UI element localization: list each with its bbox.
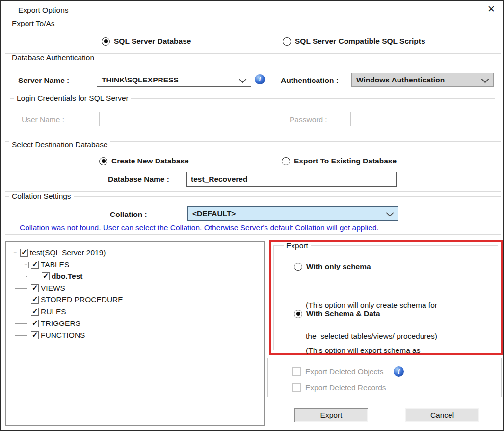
group-login-credentials: Login Credentials for SQL Server User Na… (10, 98, 495, 135)
tree-item[interactable]: TRIGGERS (6, 318, 264, 329)
chevron-down-icon (481, 75, 489, 83)
tree-checkbox[interactable] (31, 331, 39, 339)
tree-checkbox[interactable] (20, 249, 28, 257)
group-label: Collation Settings (9, 192, 74, 201)
checkbox-export-deleted-records[interactable]: Export Deleted Records (292, 382, 386, 393)
tree-item-label: FUNCTIONS (41, 331, 85, 340)
radio-icon (282, 157, 290, 165)
deleted-options-panel: Export Deleted Objects i Export Deleted … (267, 358, 502, 397)
authentication-value: Windows Authentication (356, 76, 445, 84)
chevron-down-icon (239, 75, 247, 83)
group-export-to-as: Export To/As SQL Server Database SQL Ser… (5, 24, 501, 54)
tree-item[interactable]: FUNCTIONS (6, 329, 264, 341)
radio-icon (294, 263, 302, 271)
tree-item-label: VIEWS (41, 284, 65, 293)
tree-item[interactable]: −TABLES (6, 259, 264, 270)
checkbox-export-deleted-objects[interactable]: Export Deleted Objects i (292, 366, 404, 377)
group-select-destination-database: Select Destination Database Create New D… (5, 145, 501, 192)
collation-combobox[interactable]: <DEFAULT> (187, 206, 398, 221)
radio-sql-server-database[interactable]: SQL Server Database (102, 36, 191, 46)
description-line: (This option will export schema as (306, 345, 420, 355)
tree-item-label: TABLES (41, 260, 69, 269)
close-icon[interactable]: ✕ (487, 4, 495, 15)
group-collation-settings: Collation Settings Collation : <DEFAULT>… (5, 196, 501, 235)
group-label: Export To/As (9, 19, 57, 28)
radio-icon (102, 37, 110, 46)
collation-note: Collation was not found. User can select… (20, 223, 379, 232)
server-name-label: Server Name : (18, 76, 69, 85)
tree-item[interactable]: −test(SQL Server 2019) (6, 247, 264, 259)
radio-label: SQL Server Compatible SQL Scripts (295, 37, 425, 46)
group-label: Select Destination Database (9, 140, 110, 149)
tree-item[interactable]: dbo.Test (6, 270, 264, 282)
radio-create-new-database[interactable]: Create New Database (99, 156, 189, 166)
tree-item[interactable]: STORED PROCEDURE (6, 294, 264, 306)
tree-checkbox[interactable] (31, 308, 39, 316)
radio-icon (294, 310, 302, 318)
tree-checkbox[interactable] (31, 296, 39, 304)
group-label: Export (284, 242, 311, 250)
database-object-tree: −test(SQL Server 2019)−TABLESdbo.TestVIE… (5, 241, 265, 426)
info-icon[interactable]: i (255, 74, 265, 84)
tree-checkbox[interactable] (42, 272, 50, 280)
tree-item-label: TRIGGERS (41, 319, 80, 328)
radio-label: Export To Existing Database (294, 157, 397, 165)
collation-value: <DEFAULT> (192, 209, 236, 218)
group-database-authentication: Database Authentication Server Name : TH… (5, 58, 501, 142)
server-name-combobox[interactable]: THINK\SQLEXPRESS (97, 73, 251, 87)
authentication-label: Authentication : (281, 76, 339, 85)
tree-checkbox[interactable] (31, 284, 39, 292)
collation-label: Collation : (110, 210, 147, 219)
user-name-field[interactable] (99, 112, 251, 126)
tree-rows: −test(SQL Server 2019)−TABLESdbo.TestVIE… (6, 242, 264, 425)
database-name-field[interactable] (186, 172, 397, 187)
checkbox-label: Export Deleted Objects (305, 367, 383, 376)
radio-label: With only schema (306, 262, 371, 271)
user-name-label: User Name : (22, 115, 64, 124)
tree-item-label: STORED PROCEDURE (41, 296, 123, 304)
radio-label: SQL Server Database (114, 37, 191, 46)
export-button[interactable]: Export (294, 408, 368, 422)
chevron-down-icon (386, 209, 394, 217)
authentication-combobox[interactable]: Windows Authentication (351, 73, 494, 87)
database-name-label: Database Name : (108, 175, 169, 184)
password-label: Password : (290, 115, 327, 124)
tree-item[interactable]: VIEWS (6, 282, 264, 294)
cancel-button[interactable]: Cancel (405, 408, 479, 422)
radio-with-schema-and-data[interactable]: With Schema & Data (294, 309, 380, 319)
server-name-value: THINK\SQLEXPRESS (102, 76, 179, 84)
tree-checkbox[interactable] (31, 320, 39, 327)
tree-collapse-icon[interactable]: − (12, 250, 18, 256)
info-icon[interactable]: i (394, 366, 404, 377)
radio-export-existing-database[interactable]: Export To Existing Database (282, 156, 397, 166)
tree-item-label: dbo.Test (52, 272, 82, 281)
export-options-dialog: Export Options ✕ Export To/As SQL Server… (0, 0, 504, 431)
dialog-title: Export Options (18, 6, 69, 15)
radio-with-only-schema[interactable]: With only schema (294, 262, 371, 271)
tree-item-label: test(SQL Server 2019) (30, 248, 106, 257)
group-export-highlighted: Export With only schema (This option wil… (269, 240, 503, 355)
radio-sql-compatible-scripts[interactable]: SQL Server Compatible SQL Scripts (283, 36, 425, 46)
radio-label: Create New Database (111, 157, 189, 165)
tree-checkbox[interactable] (31, 261, 39, 269)
tree-item-label: RULES (41, 307, 66, 316)
radio-icon (283, 37, 291, 46)
checkbox-icon (292, 383, 301, 392)
checkbox-label: Export Deleted Records (305, 383, 386, 392)
tree-collapse-icon[interactable]: − (23, 262, 29, 268)
radio-label: With Schema & Data (306, 309, 380, 318)
checkbox-icon (292, 367, 301, 376)
group-label: Login Credentials for SQL Server (14, 94, 131, 103)
radio-icon (99, 157, 107, 165)
tree-item[interactable]: RULES (6, 306, 264, 318)
group-label: Database Authentication (9, 54, 97, 62)
password-field[interactable] (350, 112, 493, 126)
